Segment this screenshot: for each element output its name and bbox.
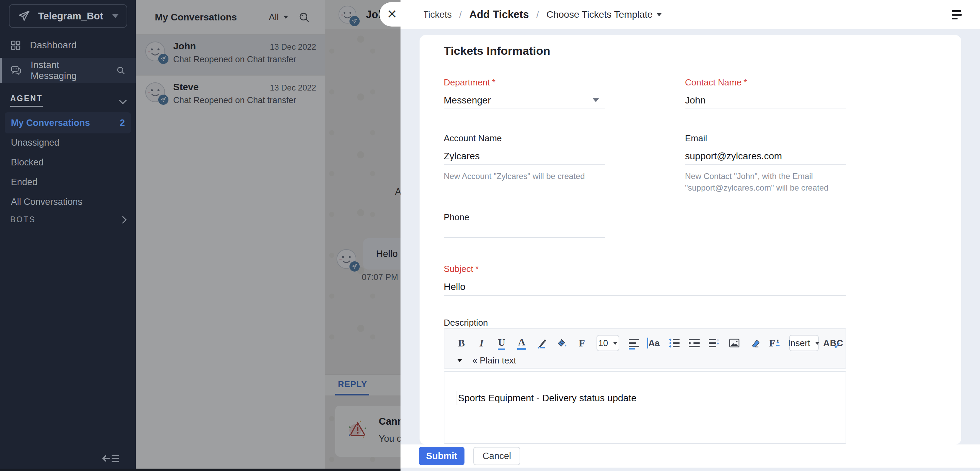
check-icon: ✓ [833, 341, 841, 351]
breadcrumb-tickets[interactable]: Tickets [423, 10, 452, 20]
instant-messaging-icon [10, 65, 22, 76]
highlight-pen-icon[interactable] [536, 336, 547, 350]
chevron-down-icon [613, 342, 617, 345]
sidebar-item-ended[interactable]: Ended [5, 172, 131, 193]
bots-section-label: BOTS [10, 215, 36, 224]
required-asterisk: * [492, 77, 495, 88]
account-name-input[interactable]: Zylcares [444, 150, 605, 163]
plain-text-mode-label[interactable]: « Plain text [472, 355, 516, 366]
field-label: Department* [444, 76, 605, 88]
sidebar-item-label: Instant Messaging [30, 60, 107, 81]
cancel-button[interactable]: Cancel [473, 447, 520, 465]
sidebar-item-blocked[interactable]: Blocked [5, 152, 131, 173]
insert-image-icon[interactable] [729, 336, 740, 350]
dashboard-icon [10, 40, 21, 51]
bullet-list-icon[interactable] [669, 336, 679, 350]
required-asterisk: * [743, 77, 747, 88]
sidebar-item-instant-messaging[interactable]: Instant Messaging [0, 58, 136, 83]
subject-input[interactable]: Hello [444, 280, 846, 294]
sidebar-item-label: Ended [11, 177, 125, 188]
sidebar-item-my-conversations[interactable]: My Conversations 2 [5, 112, 131, 134]
field-label: Email [685, 132, 846, 144]
sidebar-item-dashboard[interactable]: Dashboard [0, 33, 136, 58]
sidebar-item-label: Blocked [11, 157, 125, 168]
field-label: Account Name [444, 132, 605, 144]
description-label: Description [444, 318, 488, 328]
fill-color-icon[interactable] [556, 336, 567, 350]
submit-button[interactable]: Submit [419, 447, 465, 465]
format-painter-icon[interactable]: F [769, 336, 780, 350]
breadcrumb-separator: / [460, 10, 462, 20]
sidebar-item-all-conversations[interactable]: All Conversations [5, 191, 131, 212]
telegram-bot-icon [18, 10, 30, 22]
modal-footer: Submit Cancel [401, 444, 980, 468]
align-left-icon[interactable] [628, 336, 640, 350]
field-underline [444, 108, 605, 109]
close-button[interactable]: ✕ [379, 2, 424, 27]
agent-section-header[interactable]: AGENT [10, 94, 126, 107]
font-color-icon[interactable]: A [516, 336, 527, 350]
chevron-down-icon [112, 14, 118, 18]
font-family-icon[interactable]: F [576, 336, 587, 350]
text-style-icon[interactable]: Aa [649, 336, 659, 350]
insert-dropdown[interactable]: Insert [789, 335, 819, 351]
modal-overlay-scrim[interactable] [136, 0, 401, 471]
choose-template-dropdown[interactable]: Choose Tickets Template [546, 9, 662, 20]
choose-template-label: Choose Tickets Template [546, 9, 653, 20]
collapse-sidebar-button[interactable] [102, 450, 126, 467]
text-cursor [457, 391, 457, 405]
description-text: Sports Equipment - Delivery status updat… [458, 393, 636, 404]
bold-icon[interactable]: B [456, 336, 467, 350]
sidebar-item-label: My Conversations [11, 118, 120, 128]
line-spacing-icon[interactable]: ↕ [709, 336, 720, 350]
sidebar-item-unassigned[interactable]: Unassigned [5, 132, 131, 153]
breadcrumb-add-tickets: Add Tickets [469, 8, 529, 21]
menu-icon[interactable] [952, 10, 962, 19]
toolbar-expand-icon[interactable] [457, 359, 462, 362]
sidebar-item-label: All Conversations [11, 197, 125, 207]
rich-text-toolbar: B I U A F 10 Aa [444, 328, 846, 369]
required-asterisk: * [476, 264, 479, 274]
chevron-down-icon [593, 99, 599, 102]
field-underline [685, 164, 846, 165]
spellcheck-icon[interactable]: ABC ✓ [828, 336, 839, 350]
chevron-down-icon [657, 13, 662, 16]
bot-switcher[interactable]: Telegram_Bot [9, 4, 127, 28]
search-icon[interactable] [116, 66, 126, 75]
eraser-icon[interactable] [749, 336, 760, 350]
collapse-sidebar-icon [102, 452, 121, 465]
account-helper-text: New Account "Zylcares" will be created [444, 170, 605, 182]
chevron-down-icon [119, 97, 127, 105]
breadcrumb: Tickets / Add Tickets / Choose Tickets T… [423, 8, 952, 21]
agent-section-label: AGENT [10, 94, 43, 107]
textarea-content-line: Sports Equipment - Delivery status updat… [457, 391, 636, 405]
field-underline [444, 237, 605, 238]
add-ticket-modal: ✕ Tickets / Add Tickets / Choose Tickets… [401, 0, 980, 471]
indent-icon[interactable] [689, 336, 700, 350]
description-textarea[interactable]: Sports Equipment - Delivery status updat… [444, 371, 846, 444]
contact-name-input[interactable]: John [685, 94, 846, 107]
breadcrumb-separator: / [536, 10, 539, 20]
italic-icon[interactable]: I [476, 336, 487, 350]
font-size-select[interactable]: 10 [597, 335, 619, 351]
conversation-count-badge: 2 [120, 118, 125, 128]
sidebar-section-bots[interactable]: BOTS [10, 215, 126, 224]
field-email: Email support@zylcares.com New Contact "… [685, 132, 846, 194]
sidebar-item-label: Unassigned [11, 137, 125, 148]
app-window: Telegram_Bot Dashboard Instant Messaging… [0, 0, 980, 471]
email-input[interactable]: support@zylcares.com [685, 150, 846, 163]
field-underline [685, 108, 846, 109]
email-helper-text: New Contact "John", with the Email "supp… [685, 170, 846, 194]
underline-icon[interactable]: U [496, 336, 507, 350]
department-select[interactable]: Messenger [444, 94, 605, 107]
close-icon: ✕ [387, 8, 397, 21]
ticket-form-card: Tickets Information Department* Messenge… [420, 35, 961, 444]
field-underline [444, 295, 846, 296]
field-label: Subject* [444, 263, 846, 275]
field-label: Phone [444, 211, 605, 223]
form-title: Tickets Information [444, 44, 550, 57]
field-subject: Subject* Hello [444, 263, 846, 296]
field-label: Contact Name* [685, 76, 846, 88]
sidebar-item-label: Dashboard [30, 40, 126, 51]
field-department: Department* Messenger [444, 76, 605, 109]
